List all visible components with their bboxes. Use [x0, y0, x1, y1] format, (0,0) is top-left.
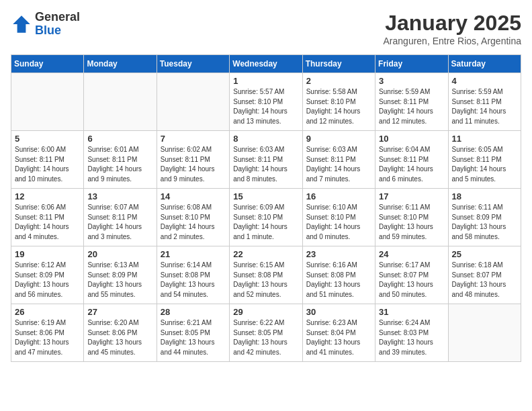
svg-marker-0 [13, 15, 30, 33]
day-cell: 12Sunrise: 6:06 AM Sunset: 8:11 PM Dayli… [11, 189, 84, 246]
day-info: Sunrise: 6:01 AM Sunset: 8:11 PM Dayligh… [87, 145, 152, 184]
day-info: Sunrise: 6:20 AM Sunset: 8:06 PM Dayligh… [87, 318, 152, 357]
day-info: Sunrise: 6:06 AM Sunset: 8:11 PM Dayligh… [15, 203, 80, 242]
day-cell [84, 73, 157, 131]
day-number: 11 [452, 134, 517, 144]
day-info: Sunrise: 6:19 AM Sunset: 8:06 PM Dayligh… [15, 318, 80, 357]
day-cell: 2Sunrise: 5:58 AM Sunset: 8:10 PM Daylig… [302, 73, 375, 131]
day-cell: 31Sunrise: 6:24 AM Sunset: 8:03 PM Dayli… [375, 304, 448, 362]
day-info: Sunrise: 6:22 AM Sunset: 8:05 PM Dayligh… [233, 318, 298, 357]
day-number: 26 [15, 307, 80, 317]
week-row-2: 5Sunrise: 6:00 AM Sunset: 8:11 PM Daylig… [11, 131, 521, 189]
day-info: Sunrise: 6:24 AM Sunset: 8:03 PM Dayligh… [379, 318, 444, 357]
day-info: Sunrise: 6:09 AM Sunset: 8:10 PM Dayligh… [233, 203, 298, 242]
day-number: 28 [161, 307, 226, 317]
day-cell: 30Sunrise: 6:23 AM Sunset: 8:04 PM Dayli… [302, 304, 375, 362]
day-cell: 13Sunrise: 6:07 AM Sunset: 8:11 PM Dayli… [84, 189, 157, 246]
day-cell [448, 304, 521, 362]
day-cell: 29Sunrise: 6:22 AM Sunset: 8:05 PM Dayli… [230, 304, 302, 362]
page-header: General Blue January 2025 Aranguren, Ent… [11, 11, 521, 46]
day-number: 27 [87, 307, 152, 317]
day-number: 29 [233, 307, 298, 317]
day-number: 8 [233, 134, 298, 144]
day-cell: 24Sunrise: 6:17 AM Sunset: 8:07 PM Dayli… [375, 246, 448, 304]
day-cell: 11Sunrise: 6:05 AM Sunset: 8:11 PM Dayli… [448, 131, 521, 189]
day-info: Sunrise: 5:59 AM Sunset: 8:11 PM Dayligh… [452, 87, 517, 126]
logo-blue: Blue [35, 24, 80, 38]
day-number: 25 [452, 249, 517, 259]
day-number: 1 [233, 76, 298, 86]
day-info: Sunrise: 6:23 AM Sunset: 8:04 PM Dayligh… [306, 318, 371, 357]
day-info: Sunrise: 6:11 AM Sunset: 8:09 PM Dayligh… [452, 203, 517, 242]
day-info: Sunrise: 6:15 AM Sunset: 8:08 PM Dayligh… [233, 261, 298, 300]
day-number: 21 [161, 249, 226, 259]
day-number: 3 [379, 76, 444, 86]
day-number: 30 [306, 307, 371, 317]
day-number: 5 [15, 134, 80, 144]
day-number: 12 [15, 191, 80, 201]
day-info: Sunrise: 6:12 AM Sunset: 8:09 PM Dayligh… [15, 261, 80, 300]
day-cell: 19Sunrise: 6:12 AM Sunset: 8:09 PM Dayli… [11, 246, 84, 304]
day-info: Sunrise: 6:05 AM Sunset: 8:11 PM Dayligh… [452, 145, 517, 184]
day-info: Sunrise: 6:07 AM Sunset: 8:11 PM Dayligh… [87, 203, 152, 242]
calendar-table: SundayMondayTuesdayWednesdayThursdayFrid… [11, 54, 521, 362]
day-cell: 5Sunrise: 6:00 AM Sunset: 8:11 PM Daylig… [11, 131, 84, 189]
week-row-1: 1Sunrise: 5:57 AM Sunset: 8:10 PM Daylig… [11, 73, 521, 131]
day-cell: 26Sunrise: 6:19 AM Sunset: 8:06 PM Dayli… [11, 304, 84, 362]
day-info: Sunrise: 5:58 AM Sunset: 8:10 PM Dayligh… [306, 87, 371, 126]
day-info: Sunrise: 5:59 AM Sunset: 8:11 PM Dayligh… [379, 87, 444, 126]
header-cell-monday: Monday [84, 55, 157, 73]
day-number: 14 [161, 191, 226, 201]
day-number: 4 [452, 76, 517, 86]
title-block: January 2025 Aranguren, Entre Rios, Arge… [384, 11, 521, 46]
logo: General Blue [11, 11, 80, 38]
day-number: 6 [87, 134, 152, 144]
day-number: 7 [161, 134, 226, 144]
day-cell: 9Sunrise: 6:03 AM Sunset: 8:11 PM Daylig… [302, 131, 375, 189]
day-info: Sunrise: 6:03 AM Sunset: 8:11 PM Dayligh… [233, 145, 298, 184]
day-cell: 4Sunrise: 5:59 AM Sunset: 8:11 PM Daylig… [448, 73, 521, 131]
day-number: 17 [379, 191, 444, 201]
logo-general: General [35, 11, 80, 24]
day-cell: 18Sunrise: 6:11 AM Sunset: 8:09 PM Dayli… [448, 189, 521, 246]
day-info: Sunrise: 6:00 AM Sunset: 8:11 PM Dayligh… [15, 145, 80, 184]
day-info: Sunrise: 6:21 AM Sunset: 8:05 PM Dayligh… [161, 318, 226, 357]
day-number: 2 [306, 76, 371, 86]
day-cell: 14Sunrise: 6:08 AM Sunset: 8:10 PM Dayli… [157, 189, 229, 246]
logo-icon [11, 13, 32, 35]
day-number: 24 [379, 249, 444, 259]
day-number: 15 [233, 191, 298, 201]
day-info: Sunrise: 5:57 AM Sunset: 8:10 PM Dayligh… [233, 87, 298, 126]
day-cell: 21Sunrise: 6:14 AM Sunset: 8:08 PM Dayli… [157, 246, 229, 304]
day-cell: 16Sunrise: 6:10 AM Sunset: 8:10 PM Dayli… [302, 189, 375, 246]
day-number: 13 [87, 191, 152, 201]
day-cell: 28Sunrise: 6:21 AM Sunset: 8:05 PM Dayli… [157, 304, 229, 362]
day-cell: 17Sunrise: 6:11 AM Sunset: 8:10 PM Dayli… [375, 189, 448, 246]
day-number: 22 [233, 249, 298, 259]
header-row: SundayMondayTuesdayWednesdayThursdayFrid… [11, 55, 521, 73]
header-cell-tuesday: Tuesday [157, 55, 229, 73]
day-cell: 15Sunrise: 6:09 AM Sunset: 8:10 PM Dayli… [230, 189, 302, 246]
location: Aranguren, Entre Rios, Argentina [384, 36, 521, 46]
day-info: Sunrise: 6:08 AM Sunset: 8:10 PM Dayligh… [161, 203, 226, 242]
day-cell [11, 73, 84, 131]
month-title: January 2025 [384, 11, 521, 36]
header-cell-saturday: Saturday [448, 55, 521, 73]
day-cell: 27Sunrise: 6:20 AM Sunset: 8:06 PM Dayli… [84, 304, 157, 362]
week-row-5: 26Sunrise: 6:19 AM Sunset: 8:06 PM Dayli… [11, 304, 521, 362]
header-cell-sunday: Sunday [11, 55, 84, 73]
day-info: Sunrise: 6:14 AM Sunset: 8:08 PM Dayligh… [161, 261, 226, 300]
day-info: Sunrise: 6:03 AM Sunset: 8:11 PM Dayligh… [306, 145, 371, 184]
day-number: 9 [306, 134, 371, 144]
day-info: Sunrise: 6:10 AM Sunset: 8:10 PM Dayligh… [306, 203, 371, 242]
day-number: 31 [379, 307, 444, 317]
header-cell-friday: Friday [375, 55, 448, 73]
week-row-4: 19Sunrise: 6:12 AM Sunset: 8:09 PM Dayli… [11, 246, 521, 304]
day-cell: 3Sunrise: 5:59 AM Sunset: 8:11 PM Daylig… [375, 73, 448, 131]
day-info: Sunrise: 6:16 AM Sunset: 8:08 PM Dayligh… [306, 261, 371, 300]
day-info: Sunrise: 6:17 AM Sunset: 8:07 PM Dayligh… [379, 261, 444, 300]
day-number: 16 [306, 191, 371, 201]
day-cell: 10Sunrise: 6:04 AM Sunset: 8:11 PM Dayli… [375, 131, 448, 189]
week-row-3: 12Sunrise: 6:06 AM Sunset: 8:11 PM Dayli… [11, 189, 521, 246]
day-cell: 1Sunrise: 5:57 AM Sunset: 8:10 PM Daylig… [230, 73, 302, 131]
